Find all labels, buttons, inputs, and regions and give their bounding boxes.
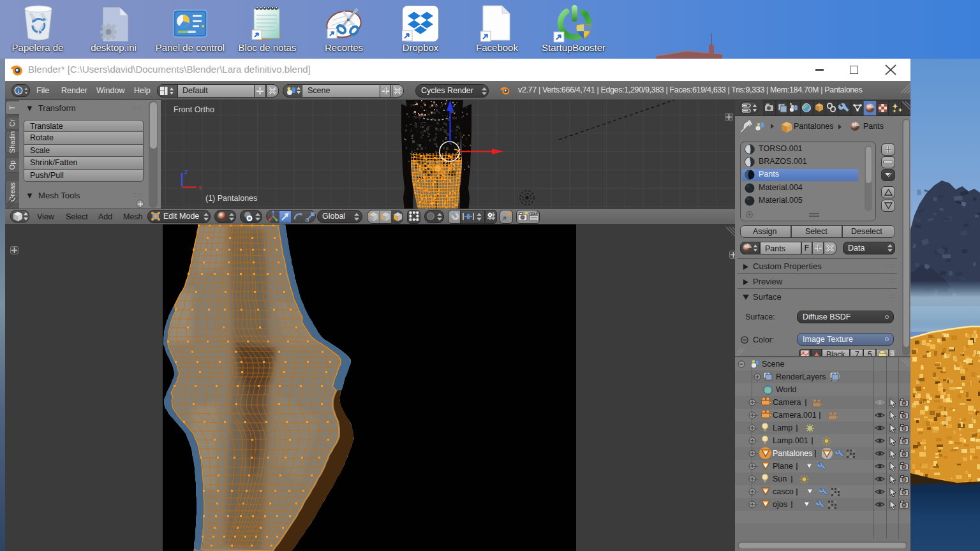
svg-text:z: z bbox=[184, 168, 188, 175]
svg-text:x: x bbox=[198, 184, 202, 191]
